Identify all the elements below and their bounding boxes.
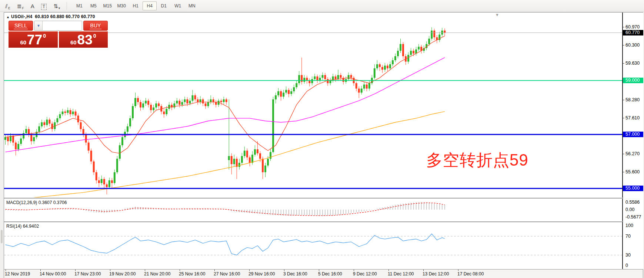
time-tick <box>145 269 145 271</box>
text-label-tool[interactable]: T <box>41 2 47 10</box>
timeframe-m5[interactable]: M5 <box>86 1 100 10</box>
equidistant-channel-tool-icon: ⫽ <box>5 3 8 10</box>
annotation-text: 多空转折点59 <box>426 149 528 171</box>
text-label-tool-icon: T <box>41 4 47 10</box>
timeframe-h4[interactable]: H4 <box>143 1 157 10</box>
time-axis-label: 19 Nov 20:00 <box>109 271 136 277</box>
rsi-axis-label: 0 <box>623 263 643 268</box>
time-tick <box>40 269 41 271</box>
text-tool[interactable]: A <box>31 2 34 10</box>
chart-shift-marker-icon[interactable]: ▼ <box>495 13 499 17</box>
price-badge-green: 59.000 <box>623 78 643 83</box>
volume-input[interactable] <box>43 21 82 30</box>
one-click-trading-panel: SELL ▼ ▲ BUY 60 77 0 60 83 0 <box>9 21 108 48</box>
sell-price-whole: 60 <box>20 39 26 46</box>
price-axis[interactable]: 60.97060.77060.30059.63059.00058.28057.6… <box>623 13 643 269</box>
sell-button[interactable]: SELL <box>9 21 33 31</box>
chart-title: ▲USOil-,H4 60.810 60.880 60.770 60.770 <box>6 14 95 19</box>
volume-decrease-button[interactable]: ▼ <box>34 21 43 30</box>
time-tick <box>423 269 424 271</box>
time-tick <box>75 269 76 271</box>
text-tool-icon: A <box>31 3 34 10</box>
time-tick <box>249 269 250 271</box>
time-tick <box>319 269 319 271</box>
left-edge-scrollbar[interactable] <box>1 230 3 243</box>
buy-price-fraction: 0 <box>93 34 96 38</box>
macd-axis-label: -0.5677 <box>623 214 643 220</box>
time-axis-label: 21 Nov 20:00 <box>144 271 170 277</box>
timeframe-mn[interactable]: MN <box>185 1 199 10</box>
time-axis-label: 29 Nov 16:00 <box>248 271 275 277</box>
arrows-tool-icon: ⇅ <box>53 3 58 10</box>
rsi-panel[interactable] <box>4 222 623 269</box>
time-axis-label: 27 Nov 16:00 <box>214 271 240 277</box>
chart-window: ▲USOil-,H4 60.810 60.880 60.770 60.770 S… <box>4 12 643 278</box>
price-axis-label: 57.610 <box>623 115 643 121</box>
rsi-indicator-label: RSI(14) 64.9402 <box>6 224 39 229</box>
timeframe-m15[interactable]: M15 <box>100 1 114 10</box>
rsi-axis-label: 30 <box>623 252 643 258</box>
sell-price-pips: 77 <box>27 34 42 46</box>
price-axis-label: 60.970 <box>623 24 643 30</box>
fibonacci-tool[interactable]: ≣F <box>17 2 24 10</box>
price-badge-black: 60.770 <box>623 30 643 35</box>
time-tick <box>354 269 354 271</box>
equidistant-channel-tool[interactable]: ⫽E <box>5 2 10 10</box>
time-tick <box>388 269 389 271</box>
rsi-axis-label: 70 <box>623 234 643 239</box>
price-axis-label: 56.270 <box>623 151 643 157</box>
time-axis-label: 11 Dec 12:00 <box>388 271 414 277</box>
time-axis-label: 17 Nov 23:00 <box>74 271 101 277</box>
price-axis-label: 58.280 <box>623 97 643 103</box>
time-axis-label: 25 Nov 16:00 <box>179 271 205 277</box>
arrows-tool[interactable]: ⇅▾ <box>53 2 60 10</box>
timeframe-d1[interactable]: D1 <box>157 1 171 10</box>
volume-spinner: ▼ ▲ <box>34 21 82 31</box>
fibonacci-tool-icon: ≣ <box>17 3 22 10</box>
time-axis-label: 9 Dec 12:00 <box>353 271 377 277</box>
timeframe-h1[interactable]: H1 <box>129 1 143 10</box>
price-badge-blue: 55.000 <box>623 186 643 191</box>
price-axis-label: 55.600 <box>623 169 643 175</box>
time-tick <box>110 269 110 271</box>
time-axis-label: 13 Dec 12:00 <box>423 271 449 277</box>
rsi-axis-label: 100 <box>623 223 643 228</box>
timeframe-m30[interactable]: M30 <box>114 1 129 10</box>
time-tick <box>214 269 215 271</box>
symbol-timeframe-label: USOil-,H4 <box>11 14 32 19</box>
time-tick <box>458 269 458 271</box>
buy-price-pips: 83 <box>77 34 93 46</box>
time-axis-label: 14 Nov 00:00 <box>40 271 66 277</box>
price-badge-blue: 57.000 <box>623 132 643 137</box>
timeframe-buttons: M1M5M15M30H1H4D1W1MN <box>72 1 199 10</box>
timeframe-w1[interactable]: W1 <box>171 1 185 10</box>
buy-button[interactable]: BUY <box>83 21 108 31</box>
time-axis-label: 5 Dec 16:00 <box>318 271 342 277</box>
timeframe-m1[interactable]: M1 <box>72 1 86 10</box>
price-axis-label: 59.630 <box>623 61 643 66</box>
time-axis-label: 3 Dec 16:00 <box>283 271 307 277</box>
toolbar-separator <box>67 2 67 10</box>
time-tick <box>6 269 6 271</box>
time-axis-label: 12 Nov 2019 <box>5 271 30 277</box>
sell-price-tile[interactable]: 60 77 0 <box>9 31 58 48</box>
collapse-arrow-icon[interactable]: ▲ <box>6 15 10 19</box>
ohlc-values: 60.810 60.880 60.770 60.770 <box>35 14 95 19</box>
macd-panel[interactable] <box>4 199 623 221</box>
price-axis-label: 60.300 <box>623 43 643 48</box>
time-axis-label: 17 Dec 08:00 <box>457 271 484 277</box>
mt4-window: ⫽E≣FAT⇅▾ M1M5M15M30H1H4D1W1MN ▲USOil-,H4… <box>0 0 644 278</box>
sell-price-fraction: 0 <box>43 34 46 38</box>
buy-price-tile[interactable]: 60 83 0 <box>59 31 108 48</box>
macd-axis-label: 0.5586 <box>623 200 643 205</box>
time-axis[interactable]: 12 Nov 201914 Nov 00:0017 Nov 23:0019 No… <box>4 269 643 278</box>
drawing-tools: ⫽E≣FAT⇅▾ <box>5 2 60 10</box>
time-tick <box>180 269 180 271</box>
macd-indicator-label: MACD(12,26,9) 0.3607 0.3706 <box>6 200 67 205</box>
macd-axis-label: 0.00 <box>623 207 643 213</box>
buy-price-whole: 60 <box>70 39 77 46</box>
time-tick <box>284 269 284 271</box>
toolbar: ⫽E≣FAT⇅▾ M1M5M15M30H1H4D1W1MN <box>0 0 644 12</box>
